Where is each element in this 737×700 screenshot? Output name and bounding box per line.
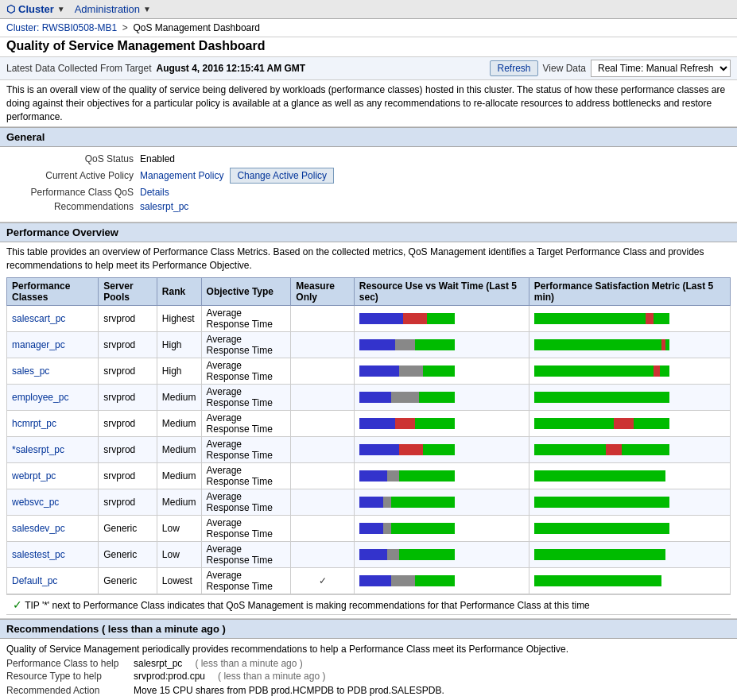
rank-cell: Medium — [157, 384, 201, 410]
data-collected-label: Latest Data Collected From Target — [6, 63, 152, 74]
satisfaction-bar — [534, 365, 709, 377]
resource-bar-cell — [354, 567, 529, 594]
recommendations-link[interactable]: salesrpt_pc — [140, 201, 188, 212]
breadcrumb-cluster-link[interactable]: Cluster: RWSBI0508-MB1 — [6, 22, 117, 33]
pc-link[interactable]: webrpt_pc — [12, 470, 56, 481]
resource-bar-cell — [354, 410, 529, 436]
satisfaction-bar-cell — [529, 567, 730, 594]
perf-overview-section-header: Performance Overview — [0, 222, 737, 242]
bar-segment — [359, 418, 395, 429]
resource-bar — [359, 575, 502, 586]
rec-pc-value[interactable]: salesrpt_pc — [134, 658, 182, 669]
qos-status-row: QoS Status Enabled — [13, 153, 724, 164]
pool-cell: Generic — [99, 515, 157, 541]
col-resource: Resource Use vs Wait Time (Last 5 sec) — [354, 277, 529, 305]
rec-action-value: Move 15 CPU shares from PDB prod.HCMPDB … — [134, 685, 444, 696]
rank-cell: High — [157, 331, 201, 358]
pc-link[interactable]: *salesrpt_pc — [12, 444, 64, 455]
view-data-label: View Data — [543, 63, 586, 74]
pc-link[interactable]: websvc_pc — [12, 497, 59, 508]
admin-menu[interactable]: Administration ▼ — [75, 3, 151, 15]
bar-segment — [534, 365, 654, 377]
resource-bar — [359, 313, 502, 324]
performance-overview-table: Performance Classes Server Pools Rank Ob… — [6, 277, 731, 594]
rec-resource-value: srvprod:prod.cpu — [134, 671, 205, 682]
pc-link[interactable]: salesdev_pc — [12, 523, 65, 534]
bar-segment — [534, 549, 665, 560]
pool-cell: srvprod — [99, 462, 157, 489]
cluster-menu[interactable]: ⬡ Cluster ▼ — [6, 3, 65, 15]
col-satisfaction: Performance Satisfaction Metric (Last 5 … — [529, 277, 730, 305]
bar-segment — [359, 392, 391, 403]
refresh-button[interactable]: Refresh — [490, 60, 537, 76]
bar-segment — [359, 365, 399, 377]
bar-segment — [387, 549, 399, 560]
bar-segment — [415, 418, 455, 429]
rec-pc-row: Performance Class to help salesrpt_pc ( … — [6, 658, 731, 669]
obj-cell: Average Response Time — [201, 358, 291, 384]
checkmark-icon: ✓ — [319, 575, 327, 586]
pc-link[interactable]: hcmrpt_pc — [12, 418, 56, 429]
table-row: sales_pcsrvprodHighAverage Response Time — [7, 358, 731, 384]
table-row: salesdev_pcGenericLowAverage Response Ti… — [7, 515, 731, 541]
obj-cell: Average Response Time — [201, 489, 291, 515]
pc-name-cell: salesdev_pc — [7, 515, 99, 541]
satisfaction-bar — [534, 392, 709, 403]
bar-segment — [665, 339, 669, 350]
bar-segment — [383, 497, 391, 508]
perf-class-link[interactable]: Details — [140, 187, 169, 198]
bar-segment — [359, 523, 383, 534]
pc-name-cell: manager_pc — [7, 331, 99, 358]
obj-cell: Average Response Time — [201, 515, 291, 541]
resource-bar-cell — [354, 305, 529, 331]
pc-link[interactable]: salestest_pc — [12, 549, 65, 560]
bar-segment — [399, 444, 423, 455]
active-policy-value: Management Policy — [140, 170, 223, 181]
resource-bar-cell — [354, 515, 529, 541]
general-section: QoS Status Enabled Current Active Policy… — [0, 147, 737, 222]
perf-overview-description: This table provides an overview of Perfo… — [6, 246, 731, 273]
bar-segment — [391, 497, 455, 508]
satisfaction-bar — [534, 575, 709, 586]
active-policy-label: Current Active Policy — [13, 170, 140, 181]
measure-only-cell — [291, 384, 354, 410]
satisfaction-bar-cell — [529, 515, 730, 541]
pool-cell: Generic — [99, 541, 157, 567]
bar-segment — [359, 313, 403, 324]
bar-segment — [660, 365, 669, 377]
bar-segment — [403, 313, 427, 324]
bar-segment — [419, 392, 455, 403]
bar-segment — [534, 313, 646, 324]
table-row: manager_pcsrvprodHighAverage Response Ti… — [7, 331, 731, 358]
rec-action-row: Recommended Action Move 15 CPU shares fr… — [6, 685, 731, 696]
pc-link[interactable]: sales_pc — [12, 365, 49, 377]
breadcrumb: Cluster: RWSBI0508-MB1 > QoS Management … — [0, 19, 737, 37]
resource-bar — [359, 523, 502, 534]
bar-segment — [614, 418, 626, 429]
admin-dropdown-arrow: ▼ — [143, 5, 151, 14]
measure-only-cell — [291, 331, 354, 358]
resource-bar — [359, 549, 502, 560]
policy-link[interactable]: Management Policy — [140, 170, 223, 181]
change-policy-button[interactable]: Change Active Policy — [230, 168, 334, 184]
pc-link[interactable]: salescart_pc — [12, 313, 65, 324]
satisfaction-bar — [534, 444, 709, 455]
bar-segment — [391, 575, 415, 586]
pc-link[interactable]: employee_pc — [12, 392, 68, 403]
bar-segment — [359, 470, 387, 481]
rec-resource-label: Resource Type to help — [6, 671, 134, 682]
measure-only-cell — [291, 358, 354, 384]
realtime-select[interactable]: Real Time: Manual Refresh — [591, 60, 731, 77]
satisfaction-bar — [534, 418, 709, 429]
bar-segment — [391, 392, 419, 403]
pc-link[interactable]: manager_pc — [12, 339, 65, 350]
pc-link[interactable]: Default_pc — [12, 575, 57, 586]
bar-segment — [359, 339, 395, 350]
table-row: salestest_pcGenericLowAverage Response T… — [7, 541, 731, 567]
satisfaction-bar — [534, 549, 709, 560]
bar-segment — [534, 418, 614, 429]
bar-segment — [534, 523, 669, 534]
bar-segment — [359, 549, 387, 560]
tip-text: TIP '*' next to Performance Class indica… — [25, 600, 590, 611]
satisfaction-bar-cell — [529, 436, 730, 462]
